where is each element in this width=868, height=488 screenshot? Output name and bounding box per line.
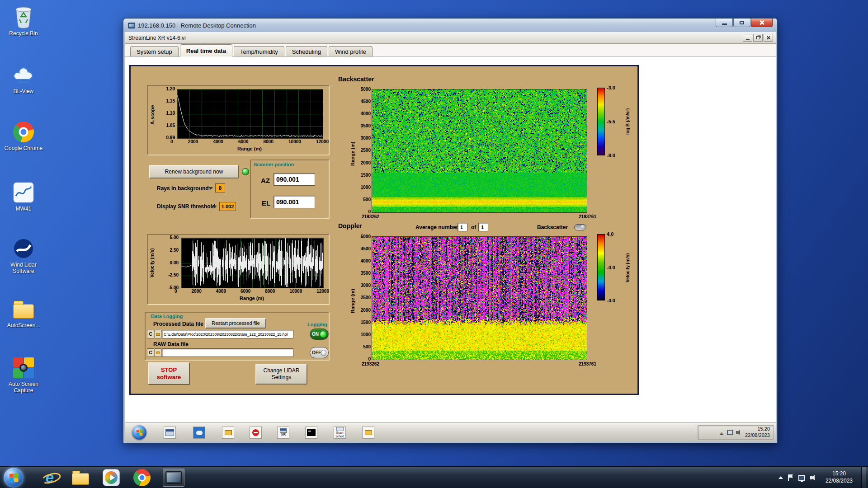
tick-label: 4.0 bbox=[607, 231, 625, 237]
processed-drive-selector[interactable]: C bbox=[147, 330, 154, 338]
ascope-x-ticks: 020004000600080001000012000 bbox=[170, 139, 329, 144]
desktop-icon-auto-screen-capture[interactable]: Auto Screen Capture bbox=[2, 356, 45, 394]
start-button[interactable] bbox=[4, 468, 24, 488]
raw-drive-selector[interactable]: C bbox=[147, 348, 154, 357]
backscatter-heading: Backscatter bbox=[338, 75, 374, 83]
app-restore-button[interactable] bbox=[753, 34, 763, 42]
remote-taskbar-app-window[interactable] bbox=[164, 427, 176, 439]
tick-label: 1500 bbox=[361, 320, 371, 325]
close-icon bbox=[759, 20, 764, 25]
velocity-chart bbox=[181, 238, 324, 288]
renew-background-button[interactable]: Renew background now bbox=[149, 165, 239, 178]
raw-logging-toggle[interactable]: OFF bbox=[310, 347, 329, 358]
backscatter-toggle[interactable] bbox=[574, 224, 586, 230]
restart-processed-file-button[interactable]: Restart processed file bbox=[205, 318, 266, 328]
action-center-button[interactable] bbox=[788, 474, 793, 481]
volume-button[interactable] bbox=[810, 475, 817, 481]
taskbar-chrome[interactable] bbox=[131, 469, 153, 487]
tab-real-time-data[interactable]: Real time data bbox=[180, 44, 232, 57]
doppler-colorbar-label: Velocity (m/s) bbox=[625, 235, 630, 300]
raw-path-field[interactable] bbox=[162, 348, 293, 357]
desktop-icon-label: MW41 bbox=[16, 206, 32, 212]
processed-logging-toggle[interactable]: ON bbox=[310, 328, 329, 340]
tab-scheduling[interactable]: Scheduling bbox=[286, 46, 327, 56]
tick-label: 2193761 bbox=[579, 361, 596, 366]
remote-taskbar-app-xr[interactable]: XR bbox=[277, 427, 289, 439]
speaker-icon[interactable] bbox=[736, 430, 742, 435]
desktop-icon-mw41[interactable]: MW41 bbox=[2, 181, 45, 212]
velocity-x-ticks: 020004000600080001000012000 bbox=[175, 289, 329, 294]
taskbar-media-player[interactable] bbox=[100, 469, 122, 487]
rdp-window: 192.168.0.150 - Remote Desktop Connectio… bbox=[123, 18, 778, 443]
remote-taskbar-app-viewer[interactable] bbox=[193, 427, 205, 439]
tab-system-setup[interactable]: System setup bbox=[130, 46, 179, 56]
change-lidar-settings-button[interactable]: Change LiDAR Settings bbox=[255, 364, 307, 385]
close-icon bbox=[766, 36, 770, 40]
recycle-bin-icon bbox=[12, 5, 35, 29]
remote-taskbar-file-explorer[interactable] bbox=[362, 427, 374, 439]
close-button[interactable] bbox=[751, 19, 773, 27]
velocity-x-axis-label: Range (m) bbox=[181, 296, 323, 301]
az-field[interactable]: 090.001 bbox=[274, 173, 315, 186]
processed-browse-icon[interactable] bbox=[155, 330, 161, 338]
app-close-button[interactable] bbox=[764, 34, 773, 42]
snr-spinner[interactable] bbox=[212, 202, 218, 211]
clock-time: 15:20 bbox=[826, 470, 853, 478]
backscatter-heatmap-block: Range (m) 500045004000350030002500200015… bbox=[350, 86, 603, 221]
rays-spinner[interactable] bbox=[208, 183, 214, 192]
remote-taskbar: XR Scan sched 15:20 22/08/2023 bbox=[125, 423, 776, 441]
tick-label: 12000 bbox=[316, 139, 329, 144]
show-hidden-icons-icon[interactable] bbox=[719, 432, 724, 435]
average-number-field[interactable]: 1 bbox=[458, 223, 467, 231]
show-desktop-button[interactable] bbox=[861, 467, 866, 488]
rdp-session-icon bbox=[165, 471, 182, 484]
cloud-icon bbox=[12, 63, 35, 87]
processed-path-field[interactable]: C:\Lidar\Data\Proc\2023\202308\20230822\… bbox=[162, 330, 293, 338]
desktop-icon-bl-view[interactable]: BL-View bbox=[2, 63, 45, 95]
remote-taskbar-console[interactable] bbox=[305, 427, 317, 439]
remote-taskbar-app-folder[interactable] bbox=[222, 427, 234, 439]
rays-in-background-label: Rays in background bbox=[157, 185, 209, 192]
remote-clock[interactable]: 15:20 22/08/2023 bbox=[745, 426, 770, 439]
taskbar-file-explorer[interactable] bbox=[70, 469, 91, 487]
xr-icon-label: XR bbox=[281, 433, 286, 437]
remote-taskbar-app-record[interactable] bbox=[250, 427, 262, 439]
taskbar-internet-explorer[interactable]: e bbox=[39, 469, 61, 487]
desktop-icon-autoscreen[interactable]: AutoScreen... bbox=[2, 297, 45, 329]
network-icon[interactable] bbox=[727, 430, 733, 435]
desktop-icon-google-chrome[interactable]: Google Chrome bbox=[2, 120, 45, 152]
tick-label: 0 bbox=[175, 289, 177, 294]
rays-in-background-value[interactable]: 8 bbox=[215, 183, 225, 192]
el-field[interactable]: 090.001 bbox=[274, 196, 315, 208]
desktop-icon-recycle-bin[interactable]: Recycle Bin bbox=[2, 5, 45, 37]
raw-browse-icon[interactable] bbox=[155, 348, 161, 357]
app-titlebar[interactable]: StreamLine XR v14-6.vi bbox=[125, 32, 776, 44]
tick-label: 2500 bbox=[361, 148, 371, 153]
scanner-position-group: Scanner position AZ 090.001 EL 090.001 bbox=[250, 160, 330, 219]
doppler-colorbar-ticks: 4.0-0.0-4.0 bbox=[607, 231, 625, 303]
minimize-button[interactable] bbox=[716, 19, 733, 27]
mw41-icon bbox=[12, 181, 35, 204]
taskbar-rdp-button[interactable] bbox=[163, 469, 184, 487]
taskbar-clock[interactable]: 15:20 22/08/2023 bbox=[822, 470, 856, 484]
tab-temp-humidity[interactable]: Temp/humidity bbox=[234, 46, 284, 56]
rdp-titlebar[interactable]: 192.168.0.150 - Remote Desktop Connectio… bbox=[123, 19, 777, 32]
remote-start-button[interactable] bbox=[132, 425, 146, 440]
ascope-x-axis-label: Range (m) bbox=[177, 146, 322, 151]
remote-taskbar-scan-scheduler[interactable]: Scan sched bbox=[334, 427, 346, 439]
folder-icon bbox=[365, 430, 372, 435]
tick-label: 3000 bbox=[361, 283, 371, 288]
auto-screen-capture-icon bbox=[12, 356, 35, 380]
tab-wind-profile[interactable]: Wind profile bbox=[329, 46, 373, 56]
wind-lidar-icon bbox=[12, 237, 35, 260]
show-hidden-icons-button[interactable] bbox=[778, 476, 783, 479]
desktop-icon-wind-lidar[interactable]: Wind Lidar Software bbox=[2, 237, 45, 275]
average-of-field[interactable]: 1 bbox=[478, 223, 488, 231]
network-button[interactable] bbox=[798, 475, 805, 481]
maximize-button[interactable] bbox=[733, 19, 750, 27]
stop-software-button[interactable]: STOP software bbox=[148, 362, 190, 385]
windows-flag-icon bbox=[136, 429, 142, 436]
app-minimize-button[interactable] bbox=[743, 34, 752, 42]
tick-label: 2000 bbox=[361, 308, 371, 313]
snr-threshold-value[interactable]: 1.002 bbox=[219, 202, 236, 211]
